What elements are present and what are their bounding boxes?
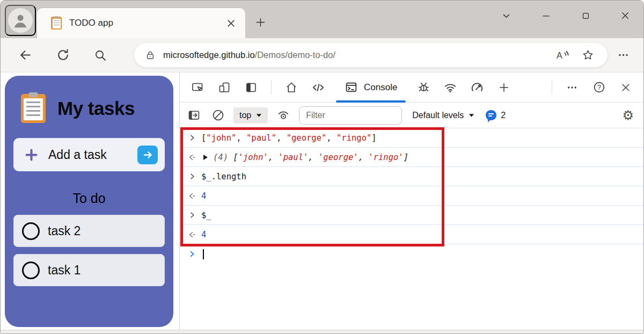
url-path: /Demos/demo-to-do/ — [255, 50, 335, 60]
navigation-bar: microsoftedge.github.io/Demos/demo-to-do… — [1, 38, 643, 72]
help-icon[interactable]: ? — [587, 77, 611, 98]
log-levels-label: Default levels — [412, 111, 464, 120]
console-sidebar-icon[interactable] — [185, 107, 202, 124]
toolbar-separator — [271, 81, 272, 95]
command-chevron-icon — [189, 134, 196, 141]
more-tools-plus-icon[interactable] — [492, 77, 516, 98]
close-window-icon[interactable] — [614, 5, 636, 26]
task-complete-circle[interactable] — [22, 262, 40, 279]
window-controls — [495, 5, 636, 26]
console-result-row: 4 — [180, 225, 643, 244]
live-expression-eye-icon[interactable] — [275, 107, 292, 124]
console-filter-input[interactable] — [299, 106, 402, 125]
text-cursor — [203, 249, 204, 259]
network-wifi-icon[interactable] — [438, 77, 463, 98]
console-row-text: $_.length — [201, 172, 246, 181]
console-settings-gear-icon[interactable]: ⚙ — [622, 109, 634, 122]
browser-menu-dots-icon[interactable] — [613, 46, 633, 65]
minimize-icon[interactable] — [535, 5, 557, 26]
issues-counter[interactable]: 2 — [486, 110, 506, 120]
tab-elements-code-icon[interactable] — [306, 77, 331, 98]
read-aloud-icon[interactable]: A — [553, 46, 571, 64]
performance-gauge-icon[interactable] — [465, 77, 489, 98]
debugger-bug-icon[interactable] — [411, 77, 436, 98]
device-emulation-icon[interactable] — [212, 77, 237, 98]
url-text: microsoftedge.github.io/Demos/demo-to-do… — [163, 50, 545, 60]
svg-text:?: ? — [597, 84, 601, 91]
console-row-text: ["john", "paul", "george", "ringo"] — [201, 133, 377, 143]
close-devtools-icon[interactable] — [613, 77, 638, 98]
tab-close-icon[interactable] — [223, 15, 239, 31]
task-item[interactable]: task 1 — [13, 254, 165, 286]
command-chevron-icon — [189, 173, 196, 180]
add-task-label: Add a task — [48, 148, 107, 162]
context-label: top — [239, 111, 251, 120]
maximize-icon[interactable] — [575, 5, 596, 26]
avatar — [8, 8, 33, 33]
devtools-toolbar: Console — [180, 72, 643, 103]
clear-console-icon[interactable] — [209, 107, 226, 124]
browser-window: TODO app — [0, 0, 644, 334]
tab-console[interactable]: Console — [333, 72, 409, 103]
console-log: ["john", "paul", "george", "ringo"](4) [… — [180, 128, 643, 330]
command-chevron-icon — [189, 212, 196, 219]
lock-icon — [145, 50, 156, 61]
clipboard-icon — [21, 94, 46, 123]
search-icon[interactable] — [89, 43, 112, 67]
devtools-panel: Console — [179, 72, 643, 330]
result-arrow-icon — [188, 231, 196, 238]
profile-button[interactable] — [5, 5, 36, 36]
javascript-context-selector[interactable]: top — [233, 107, 268, 124]
address-bar[interactable]: microsoftedge.github.io/Demos/demo-to-do… — [134, 42, 608, 68]
expand-triangle-icon[interactable] — [203, 154, 208, 161]
log-levels-dropdown[interactable]: Default levels — [412, 111, 474, 120]
todo-app-title: My tasks — [57, 98, 135, 119]
add-task-card[interactable]: Add a task — [13, 138, 165, 171]
devtools-menu-dots-icon[interactable] — [560, 77, 584, 98]
url-host: microsoftedge.github.io — [163, 50, 255, 60]
tab-favicon-clipboard-icon — [51, 17, 62, 30]
favorites-star-icon[interactable] — [579, 46, 597, 64]
tab-actions-chevron-icon[interactable] — [495, 5, 517, 26]
plus-icon — [24, 148, 39, 162]
window-bottom-edge — [1, 330, 643, 333]
console-prompt[interactable] — [180, 244, 643, 264]
toolbar-separator — [552, 81, 552, 95]
inspect-element-icon[interactable] — [185, 77, 210, 98]
console-command-row: $_.length — [180, 167, 643, 186]
console-tab-label: Console — [364, 82, 397, 93]
new-tab-button[interactable] — [251, 12, 270, 32]
browser-tab[interactable]: TODO app — [37, 8, 245, 38]
task-label: task 1 — [48, 263, 80, 278]
task-complete-circle[interactable] — [22, 222, 40, 240]
refresh-icon[interactable] — [51, 43, 75, 67]
issues-bubble-icon — [486, 110, 496, 120]
console-command-row: $_ — [180, 206, 643, 225]
chevron-down-icon — [469, 113, 474, 118]
add-task-submit-button[interactable] — [137, 146, 158, 164]
chevron-down-icon — [256, 113, 262, 118]
issues-count: 2 — [501, 111, 506, 120]
back-icon[interactable] — [13, 43, 37, 67]
console-row-text: $_ — [201, 210, 211, 220]
console-command-row: ["john", "paul", "george", "ringo"] — [180, 128, 643, 148]
task-list: task 2task 1 — [13, 215, 165, 286]
tab-welcome-home-icon[interactable] — [279, 77, 304, 98]
console-log-rows: ["john", "paul", "george", "ringo"](4) [… — [180, 128, 643, 244]
arrow-right-icon — [142, 149, 153, 161]
todo-section-heading: To do — [5, 191, 173, 206]
devtools-toolbar-right: ? — [546, 77, 638, 98]
tab-title: TODO app — [69, 18, 215, 28]
todo-app-panel: My tasks Add a task To do task 2task 1 — [5, 76, 173, 327]
page-area: My tasks Add a task To do task 2task 1 — [1, 72, 179, 330]
console-row-text: 4 — [201, 191, 206, 201]
prompt-chevron-icon — [188, 250, 196, 258]
svg-text:A: A — [557, 50, 562, 60]
result-arrow-icon — [188, 154, 196, 161]
task-label: task 2 — [48, 224, 80, 238]
console-terminal-icon — [345, 81, 358, 94]
task-item[interactable]: task 2 — [13, 215, 165, 247]
todo-header: My tasks — [21, 94, 173, 123]
activity-bar-layout-icon[interactable] — [239, 77, 264, 98]
console-result-row: (4) ['john', 'paul', 'george', 'ringo'] — [180, 148, 643, 167]
